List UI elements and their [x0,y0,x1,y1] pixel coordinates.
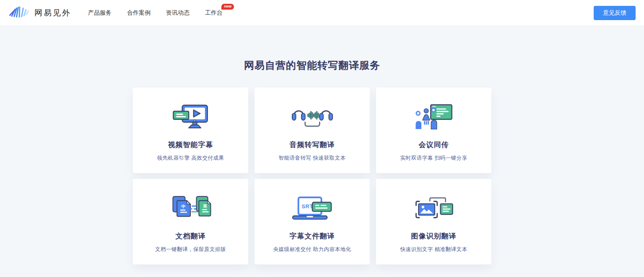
card-title: 字幕文件翻译 [290,231,335,241]
audio-transcribe-translate-icon [291,105,333,129]
card-meeting-simultaneous[interactable]: 会议同传 实时双语字幕 扫码一键分享 [376,88,491,173]
card-title: 图像识别翻译 [411,231,457,241]
subtitle-file-translate-icon: SRT [292,196,333,220]
card-subtitle: 央媒级标准交付 助力内容本地化 [273,246,351,253]
srt-label: SRT [301,203,313,210]
document-translate-icon: 中 英 [170,196,211,220]
top-navbar: 网易见外 产品服务 合作案例 资讯动态 工作台 new 意见反馈 [0,0,644,26]
card-title: 文档翻译 [176,231,206,241]
card-audio-transcribe-translate[interactable]: 音频转写翻译 智能语音转写 快速获取文本 [254,88,370,173]
nav-item-cases[interactable]: 合作案例 [127,9,151,17]
feedback-button[interactable]: 意见反馈 [594,6,636,20]
doc-source-lang-label: 中 [181,204,185,209]
image-ocr-translate-icon [413,196,454,220]
card-subtitle: 快速识别文字 精准翻译文本 [400,246,467,253]
meeting-simultaneous-icon [415,105,453,129]
nav-item-news[interactable]: 资讯动态 [166,9,190,17]
card-title: 视频智能字幕 [168,140,213,150]
video-smart-subtitle-icon [172,105,209,129]
nav-item-workbench[interactable]: 工作台 new [205,9,223,17]
card-title: 音频转写翻译 [290,140,335,150]
card-document-translate[interactable]: 中 英 文档翻译 文档一键翻译，保留原文排版 [133,179,248,264]
logo-stripes-icon [8,6,30,20]
new-badge: new [221,4,234,10]
logo-text: 网易见外 [34,8,71,18]
card-subtitle: 领先机器引擎 高效交付成果 [157,155,224,162]
card-video-smart-subtitle[interactable]: 视频智能字幕 领先机器引擎 高效交付成果 [133,88,248,173]
card-title: 会议同传 [419,140,449,150]
services-section: 网易自营的智能转写翻译服务 视频智能字幕 领先机器引擎 高效交付成果 [0,26,644,277]
main-nav: 产品服务 合作案例 资讯动态 工作台 new [88,9,238,17]
nav-item-products[interactable]: 产品服务 [88,9,112,17]
service-cards-grid: 视频智能字幕 领先机器引擎 高效交付成果 [133,88,491,264]
card-subtitle-file-translate[interactable]: SRT 字幕文件翻译 央媒级标准交付 助力内容本地化 [254,179,370,264]
logo[interactable]: 网易见外 [8,6,71,20]
card-subtitle: 智能语音转写 快速获取文本 [279,155,346,162]
card-subtitle: 实时双语字幕 扫码一键分享 [400,155,467,162]
section-title: 网易自营的智能转写翻译服务 [133,26,491,72]
doc-target-lang-label: 英 [203,204,207,208]
card-subtitle: 文档一键翻译，保留原文排版 [155,246,226,253]
card-image-ocr-translate[interactable]: 图像识别翻译 快速识别文字 精准翻译文本 [376,179,491,264]
